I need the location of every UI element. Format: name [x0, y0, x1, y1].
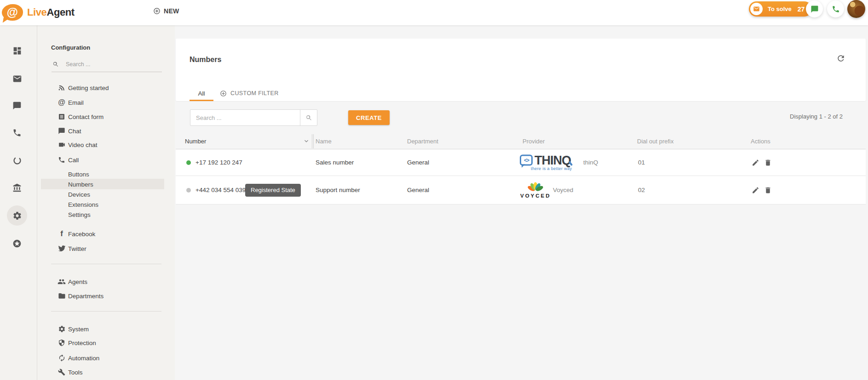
rail-phone-icon[interactable]	[7, 123, 27, 143]
sidebar-item-automation[interactable]: Automation	[37, 351, 175, 365]
sidebar-item-system[interactable]: System	[37, 322, 175, 336]
refresh-button[interactable]	[836, 54, 845, 63]
cell-number: +17 192 120 247	[195, 149, 242, 176]
sidebar-item-label: Video chat	[68, 142, 98, 148]
tab-all[interactable]: All	[190, 85, 213, 101]
trash-icon	[764, 186, 772, 194]
shield-icon	[57, 339, 66, 346]
at-icon: @	[57, 98, 66, 107]
top-bar: @ LiveAgent NEW To solve 27	[0, 0, 868, 25]
rail-mail-icon[interactable]	[7, 68, 27, 89]
to-solve-label: To solve	[768, 6, 792, 12]
pencil-icon	[752, 186, 759, 194]
sidebar-item-email[interactable]: @ Email	[37, 96, 175, 109]
column-header-dial-out-prefix[interactable]: Dial out prefix	[637, 133, 673, 149]
thinq-wordmark: THINQ	[535, 154, 571, 165]
create-button[interactable]: CREATE	[348, 110, 390, 125]
twitter-icon	[57, 245, 66, 253]
column-resize-handle[interactable]	[312, 134, 312, 148]
rail-settings-gear-icon[interactable]	[7, 205, 27, 226]
sidebar-item-departments[interactable]: Departments	[37, 289, 175, 303]
sidebar-item-label: Agents	[68, 278, 87, 285]
sidebar-item-devices[interactable]: Devices	[37, 189, 175, 199]
column-resize-handle[interactable]	[313, 134, 314, 148]
tab-custom-filter-label: CUSTOM FILTER	[230, 90, 279, 96]
column-header-number[interactable]: Number	[185, 133, 206, 149]
sidebar-item-call[interactable]: Call	[37, 153, 175, 167]
sidebar-item-protection[interactable]: Protection	[37, 336, 175, 350]
sidebar-item-label: Facebook	[68, 231, 95, 238]
cell-name: Sales number	[316, 149, 354, 176]
column-header-department[interactable]: Department	[407, 133, 438, 149]
videocam-icon	[57, 141, 66, 149]
sidebar-subitem-label: Devices	[68, 191, 90, 198]
sidebar-item-getting-started[interactable]: Getting started	[37, 81, 175, 95]
table-search-input[interactable]	[190, 110, 300, 125]
sidebar-item-buttons[interactable]: Buttons	[37, 169, 175, 179]
thinq-logo: <> THINQ there is a better way	[520, 154, 575, 170]
phone-icon	[832, 5, 840, 13]
sidebar-item-tools[interactable]: Tools	[37, 365, 175, 379]
sidebar-search	[52, 59, 162, 72]
sidebar-item-twitter[interactable]: Twitter	[37, 242, 175, 255]
delete-button[interactable]	[764, 159, 772, 166]
to-solve-button[interactable]: To solve 27	[749, 1, 812, 17]
liveagent-logo[interactable]: @ LiveAgent	[2, 4, 75, 21]
column-header-name[interactable]: Name	[316, 133, 332, 149]
sidebar-item-label: Tools	[68, 369, 83, 376]
rail-chat-icon[interactable]	[7, 96, 27, 116]
sort-chevron-down-icon[interactable]	[303, 137, 310, 145]
numbers-panel-header: Numbers All CUSTOM FILTER	[176, 39, 866, 101]
brand-name: LiveAgent	[27, 6, 75, 18]
sidebar-item-label: Email	[68, 99, 84, 106]
column-header-provider[interactable]: Provider	[523, 133, 545, 149]
column-header-actions[interactable]: Actions	[751, 133, 770, 149]
edit-button[interactable]	[752, 159, 759, 166]
sidebar-subitem-label: Numbers	[68, 181, 93, 187]
facebook-icon: f	[57, 229, 66, 238]
brand-live: Live	[27, 6, 46, 18]
sidebar-title: Configuration	[51, 44, 90, 51]
sidebar-item-numbers[interactable]: Numbers	[41, 179, 164, 189]
table-row[interactable]: +17 192 120 247 Sales number General <> …	[176, 149, 866, 176]
sidebar-item-chat[interactable]: Chat	[37, 124, 175, 138]
sidebar-item-contact-form[interactable]: Contact form	[37, 110, 175, 124]
sidebar-item-video-chat[interactable]: Video chat	[37, 138, 175, 152]
sidebar-subitem-label: Buttons	[68, 170, 89, 177]
sidebar-item-settings[interactable]: Settings	[37, 209, 175, 220]
sidebar-item-extensions[interactable]: Extensions	[37, 199, 175, 210]
rail-ring-icon[interactable]	[7, 150, 27, 170]
chat-status-button[interactable]	[806, 0, 823, 17]
table-search-button[interactable]	[300, 110, 317, 125]
wrench-icon	[57, 369, 66, 376]
cell-provider: thinQ	[583, 149, 598, 176]
edit-button[interactable]	[752, 186, 759, 194]
table-header: Number Name Department Provider Dial out…	[176, 133, 866, 149]
table-search	[190, 109, 317, 126]
user-avatar[interactable]	[847, 0, 865, 18]
sidebar-item-agents[interactable]: Agents	[37, 275, 175, 289]
page-title: Numbers	[190, 56, 221, 64]
sidebar-item-facebook[interactable]: f Facebook	[37, 227, 175, 241]
pencil-icon	[752, 159, 759, 166]
speech-bubble-at-icon: @	[2, 4, 23, 21]
table-row[interactable]: +442 034 554 039 Registered State Suppor…	[176, 176, 866, 204]
tab-custom-filter[interactable]: CUSTOM FILTER	[220, 85, 279, 101]
tab-all-label: All	[198, 90, 205, 97]
main-content: Numbers All CUSTOM FILTER CREATE	[175, 25, 868, 380]
plus-circle-icon	[220, 90, 227, 97]
rail-star-icon[interactable]	[7, 233, 27, 254]
rail-academy-icon[interactable]	[7, 178, 27, 198]
search-icon	[52, 61, 59, 68]
new-button[interactable]: NEW	[153, 7, 179, 15]
sidebar-item-label: Twitter	[68, 245, 86, 252]
rail-dashboard-icon[interactable]	[7, 40, 27, 61]
sidebar-search-input[interactable]	[66, 61, 162, 68]
delete-button[interactable]	[764, 186, 772, 194]
call-status-button[interactable]	[827, 0, 844, 17]
icon-rail	[0, 25, 37, 380]
sidebar-item-label: Contact form	[68, 113, 103, 120]
cell-provider: Voyced	[553, 176, 573, 204]
cell-department: General	[407, 149, 429, 176]
sidebar-item-label: Chat	[68, 128, 81, 135]
